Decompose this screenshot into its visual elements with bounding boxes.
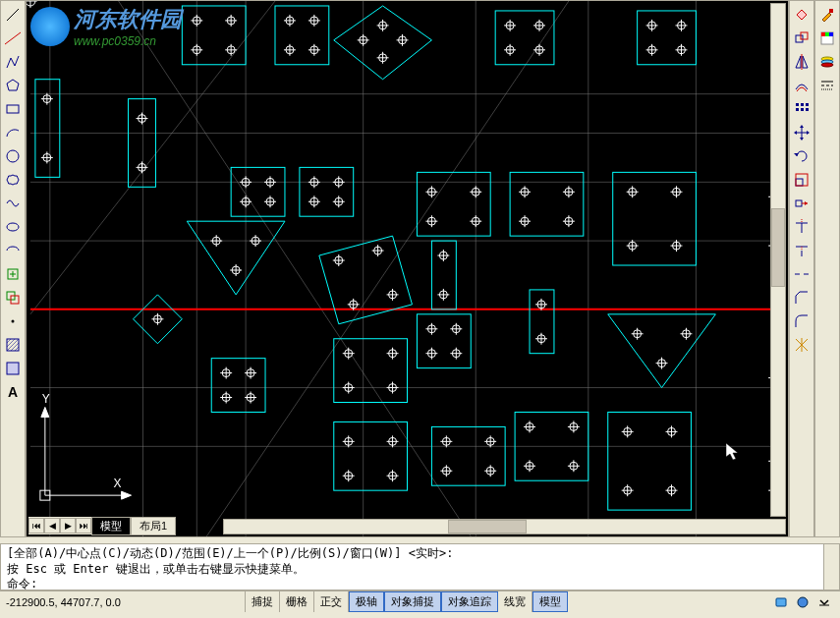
tab-first-button[interactable]: ⏮: [28, 518, 44, 534]
vertical-scrollbar[interactable]: [770, 3, 786, 517]
arc-tool[interactable]: [2, 122, 24, 143]
mirror-tool[interactable]: [791, 51, 812, 73]
array-tool[interactable]: [791, 98, 812, 120]
extend-tool[interactable]: [791, 240, 812, 261]
svg-rect-346: [801, 103, 804, 106]
svg-point-4: [7, 150, 19, 162]
svg-rect-38: [638, 11, 697, 65]
region-tool[interactable]: [2, 358, 24, 379]
color-tool[interactable]: [816, 28, 838, 49]
copy-tool[interactable]: [791, 28, 812, 49]
draw-toolbar: A: [0, 0, 26, 537]
circle-tool[interactable]: [2, 145, 24, 167]
horizontal-scrollbar[interactable]: [223, 519, 786, 534]
tab-layout1[interactable]: 布局1: [131, 517, 176, 535]
grid-toggle[interactable]: 栅格: [280, 591, 314, 612]
tray-icon[interactable]: [816, 594, 832, 610]
svg-line-1: [5, 32, 21, 44]
svg-rect-370: [821, 32, 825, 36]
properties-toolbar: [814, 0, 840, 537]
ortho-toggle[interactable]: 正交: [314, 591, 349, 612]
command-window[interactable]: [全部(A)/中心点(C)/动态(D)/范围(E)/上一个(P)/比例(S)/窗…: [0, 543, 840, 590]
polygon-tool[interactable]: [2, 75, 24, 96]
comm-icon[interactable]: [773, 594, 789, 610]
layer-tool[interactable]: [816, 51, 838, 73]
svg-rect-45: [613, 172, 697, 265]
svg-marker-353: [794, 131, 797, 135]
svg-rect-55: [334, 421, 408, 490]
watermark-logo: [30, 7, 70, 46]
scale-tool[interactable]: [791, 169, 812, 191]
tab-prev-button[interactable]: ◀: [44, 518, 60, 534]
svg-point-9: [12, 320, 15, 323]
drawing-canvas[interactable]: 河东软件园 www.pc0359.cn: [26, 0, 789, 537]
break-tool[interactable]: [791, 263, 812, 285]
revision-cloud-tool[interactable]: [2, 169, 24, 191]
svg-marker-355: [794, 153, 799, 156]
svg-point-375: [821, 63, 833, 67]
hatch-tool[interactable]: [2, 334, 24, 356]
svg-rect-371: [825, 32, 829, 36]
svg-marker-352: [800, 138, 804, 140]
svg-rect-56: [431, 426, 505, 485]
rotate-tool[interactable]: [791, 145, 812, 167]
svg-rect-53: [334, 339, 408, 403]
trim-tool[interactable]: [791, 216, 812, 238]
svg-rect-52: [211, 359, 265, 413]
svg-rect-58: [608, 412, 692, 510]
watermark: 河东软件园 www.pc0359.cn: [30, 5, 182, 48]
construction-line-tool[interactable]: [2, 28, 24, 49]
point-tool[interactable]: [2, 310, 24, 332]
ellipse-tool[interactable]: [2, 216, 24, 238]
svg-rect-40: [129, 99, 156, 188]
svg-marker-46: [187, 221, 285, 295]
svg-rect-350: [806, 108, 809, 111]
explode-tool[interactable]: [791, 334, 812, 356]
status-dot-icon[interactable]: [795, 594, 811, 610]
move-tool[interactable]: [791, 122, 812, 143]
line-tool[interactable]: [2, 4, 24, 26]
tab-next-button[interactable]: ▶: [60, 518, 76, 534]
status-bar: -212900.5, 44707.7, 0.0 捕捉 栅格 正交 极轴 对象捕捉…: [0, 590, 840, 612]
linetype-tool[interactable]: [816, 75, 838, 96]
svg-rect-349: [801, 108, 804, 111]
lineweight-toggle[interactable]: 线宽: [498, 591, 532, 612]
svg-text:Y: Y: [42, 392, 50, 406]
snap-toggle[interactable]: 捕捉: [246, 591, 280, 612]
svg-rect-357: [796, 174, 808, 186]
text-tool[interactable]: A: [2, 381, 24, 403]
stretch-tool[interactable]: [791, 193, 812, 214]
ellipse-arc-tool[interactable]: [2, 240, 24, 261]
svg-rect-348: [796, 108, 799, 111]
svg-rect-34: [182, 6, 246, 65]
model-toggle[interactable]: 模型: [532, 591, 568, 612]
coordinates-display[interactable]: -212900.5, 44707.7, 0.0: [0, 591, 246, 612]
command-scrollbar[interactable]: [823, 544, 839, 590]
make-block-tool[interactable]: [2, 287, 24, 309]
svg-marker-359: [805, 201, 808, 205]
svg-rect-372: [829, 32, 833, 36]
svg-text:X: X: [114, 477, 122, 490]
otrack-toggle[interactable]: 对象追踪: [441, 591, 498, 612]
svg-point-5: [7, 223, 19, 231]
spline-tool[interactable]: [2, 193, 24, 214]
watermark-url: www.pc0359.cn: [74, 34, 182, 48]
svg-point-380: [798, 597, 808, 607]
svg-marker-336: [41, 407, 49, 417]
svg-rect-37: [495, 11, 554, 65]
erase-tool[interactable]: [791, 4, 812, 26]
svg-marker-354: [807, 131, 810, 135]
insert-block-tool[interactable]: [2, 263, 24, 285]
chamfer-tool[interactable]: [791, 287, 812, 309]
fillet-tool[interactable]: [791, 310, 812, 332]
tab-last-button[interactable]: ⏭: [76, 518, 91, 534]
rectangle-tool[interactable]: [2, 98, 24, 120]
offset-tool[interactable]: [791, 75, 812, 96]
match-properties-tool[interactable]: [816, 4, 838, 26]
polyline-tool[interactable]: [2, 51, 24, 73]
polar-toggle[interactable]: 极轴: [349, 591, 384, 612]
osnap-toggle[interactable]: 对象捕捉: [384, 591, 441, 612]
command-text: [全部(A)/中心点(C)/动态(D)/范围(E)/上一个(P)/比例(S)/窗…: [1, 544, 823, 590]
tab-model[interactable]: 模型: [91, 517, 131, 535]
svg-line-27: [119, 1, 472, 536]
